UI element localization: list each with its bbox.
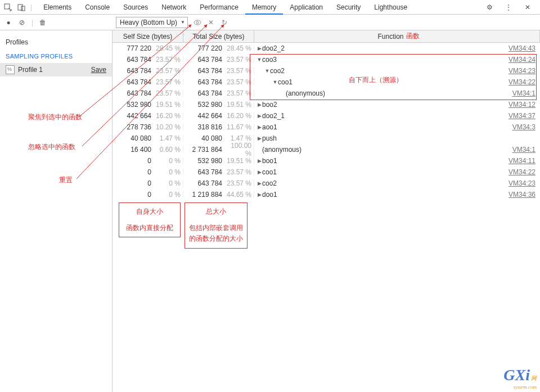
disclosure-icon[interactable]: ▶ bbox=[256, 136, 262, 141]
profile-item[interactable]: Profile 1 Save bbox=[0, 63, 112, 76]
cell-self: 532 98019.51 % bbox=[112, 101, 183, 109]
panel-tabs: ElementsConsoleSourcesNetworkPerformance… bbox=[37, 0, 485, 15]
table-row[interactable]: 00 %643 78423.57 %▶coo1VM34:22 bbox=[112, 166, 540, 178]
cell-self: 442 66416.20 % bbox=[112, 112, 183, 120]
tab-network[interactable]: Network bbox=[155, 0, 193, 15]
disclosure-icon[interactable]: ▶ bbox=[256, 113, 262, 119]
disclosure-icon[interactable]: ▶ bbox=[256, 124, 262, 130]
source-link[interactable]: VM34:1 bbox=[512, 146, 536, 154]
settings-icon[interactable]: ⚙ bbox=[485, 3, 494, 12]
table-row[interactable]: 643 78423.57 %643 78423.57 %▼coo3VM34:24 bbox=[112, 54, 540, 65]
source-link[interactable]: VM34:22 bbox=[508, 78, 536, 86]
cell-function: ▶doo2_2VM34:43 bbox=[254, 44, 540, 52]
table-row[interactable]: 643 78423.57 %643 78423.57 %(anonymous)V… bbox=[112, 88, 540, 99]
source-link[interactable]: VM34:23 bbox=[508, 67, 536, 75]
source-link[interactable]: VM34:37 bbox=[508, 112, 536, 120]
table-row[interactable]: 16 4000.60 %2 731 864100.00 %(anonymous)… bbox=[112, 144, 540, 155]
cell-total: 643 78423.57 % bbox=[183, 78, 254, 86]
disclosure-icon[interactable]: ▶ bbox=[256, 192, 262, 197]
table-row[interactable]: 532 98019.51 %532 98019.51 %▶boo2VM34:12 bbox=[112, 99, 540, 110]
source-link[interactable]: VM34:24 bbox=[508, 56, 536, 64]
tab-sources[interactable]: Sources bbox=[116, 0, 155, 15]
table-row[interactable]: 643 78423.57 %643 78423.57 %▼coo2VM34:23 bbox=[112, 65, 540, 76]
source-link[interactable]: VM34:43 bbox=[508, 44, 536, 52]
profile-grid: Self Size (bytes) Total Size (bytes) Fun… bbox=[112, 30, 540, 392]
table-row[interactable]: 643 78423.57 %643 78423.57 %▼coo1VM34:22 bbox=[112, 76, 540, 88]
tab-security[interactable]: Security bbox=[330, 0, 367, 15]
svg-point-4 bbox=[196, 21, 199, 24]
cell-function: ▼coo1VM34:22 bbox=[254, 78, 540, 86]
close-icon[interactable]: ✕ bbox=[523, 3, 532, 12]
cell-function: ▶doo2_1VM34:37 bbox=[254, 112, 540, 120]
cell-self: 00 % bbox=[112, 191, 183, 199]
cell-function: ▶boo1VM34:11 bbox=[254, 157, 540, 165]
svg-rect-1 bbox=[18, 4, 22, 10]
table-row[interactable]: 00 %532 98019.51 %▶boo1VM34:11 bbox=[112, 155, 540, 166]
source-link[interactable]: VM34:11 bbox=[508, 157, 536, 165]
disclosure-icon[interactable]: ▼ bbox=[272, 79, 278, 85]
grid-header: Self Size (bytes) Total Size (bytes) Fun… bbox=[112, 30, 540, 43]
source-link[interactable]: VM34:23 bbox=[508, 179, 536, 187]
record-icon[interactable]: ● bbox=[4, 19, 12, 26]
cell-self: 643 78423.57 % bbox=[112, 78, 183, 86]
cell-function: (anonymous)VM34:1 bbox=[254, 146, 540, 154]
tab-console[interactable]: Console bbox=[78, 0, 116, 15]
table-row[interactable]: 40 0801.47 %40 0801.47 %▶push bbox=[112, 133, 540, 144]
tab-lighthouse[interactable]: Lighthouse bbox=[367, 0, 414, 15]
source-link[interactable]: VM34:36 bbox=[508, 191, 536, 199]
view-dropdown[interactable]: Heavy (Bottom Up) bbox=[116, 17, 188, 28]
cell-function: ▶boo2VM34:12 bbox=[254, 101, 540, 109]
cell-self: 00 % bbox=[112, 157, 183, 165]
x-icon[interactable]: ✕ bbox=[207, 19, 215, 26]
grid-body: 777 22028.45 %777 22028.45 %▶doo2_2VM34:… bbox=[112, 43, 540, 392]
more-icon[interactable]: ⋮ bbox=[504, 3, 513, 12]
eye-icon[interactable] bbox=[194, 19, 201, 26]
disclosure-icon[interactable]: ▶ bbox=[256, 102, 262, 107]
delete-icon[interactable]: 🗑 bbox=[39, 19, 47, 26]
tab-memory[interactable]: Memory bbox=[245, 0, 283, 15]
profiles-header: Profiles bbox=[0, 35, 112, 49]
source-link[interactable]: VM34:3 bbox=[512, 123, 536, 131]
inspect-icon[interactable] bbox=[3, 3, 12, 12]
cell-total: 1 219 88444.65 % bbox=[183, 191, 254, 199]
disclosure-icon[interactable]: ▼ bbox=[264, 68, 270, 74]
table-row[interactable]: 00 %643 78423.57 %▶coo2VM34:23 bbox=[112, 178, 540, 189]
tab-elements[interactable]: Elements bbox=[37, 0, 78, 15]
refresh-icon[interactable]: ↻ bbox=[220, 19, 228, 26]
cell-total: 318 81611.67 % bbox=[183, 123, 254, 131]
disclosure-icon[interactable]: ▶ bbox=[256, 46, 262, 51]
table-row[interactable]: 278 73610.20 %318 81611.67 %▶aoo1VM34:3 bbox=[112, 121, 540, 133]
device-toggle-icon[interactable] bbox=[17, 3, 26, 12]
cell-total: 643 78423.57 % bbox=[183, 168, 254, 176]
source-link[interactable]: VM34:1 bbox=[512, 89, 536, 97]
tab-application[interactable]: Application bbox=[283, 0, 330, 15]
disclosure-icon[interactable]: ▶ bbox=[256, 181, 262, 186]
table-row[interactable]: 442 66416.20 %442 66416.20 %▶doo2_1VM34:… bbox=[112, 110, 540, 121]
cell-total: 532 98019.51 % bbox=[183, 157, 254, 165]
col-self-size[interactable]: Self Size (bytes) bbox=[112, 30, 183, 42]
cell-function: (anonymous)VM34:1 bbox=[254, 89, 540, 97]
sampling-profiles-header: SAMPLING PROFILES bbox=[0, 49, 112, 63]
source-link[interactable]: VM34:12 bbox=[508, 101, 536, 109]
cell-self: 643 78423.57 % bbox=[112, 89, 183, 97]
cell-total: 643 78423.57 % bbox=[183, 56, 254, 64]
save-link[interactable]: Save bbox=[91, 66, 106, 74]
table-row[interactable]: 777 22028.45 %777 22028.45 %▶doo2_2VM34:… bbox=[112, 43, 540, 54]
col-total-size[interactable]: Total Size (bytes) bbox=[183, 30, 254, 42]
cell-self: 00 % bbox=[112, 168, 183, 176]
cell-self: 16 4000.60 % bbox=[112, 146, 183, 154]
disclosure-icon[interactable]: ▼ bbox=[256, 57, 262, 62]
table-row[interactable]: 00 %1 219 88444.65 %▶doo1VM34:36 bbox=[112, 189, 540, 200]
disclosure-icon[interactable]: ▶ bbox=[256, 158, 262, 164]
col-function[interactable]: Function函数 bbox=[254, 30, 540, 42]
cell-total: 643 78423.57 % bbox=[183, 89, 254, 97]
clear-icon[interactable]: ⊘ bbox=[18, 19, 26, 26]
disclosure-icon[interactable]: ▶ bbox=[256, 169, 262, 175]
tab-performance[interactable]: Performance bbox=[193, 0, 245, 15]
cell-function: ▶push bbox=[254, 134, 540, 142]
cell-function: ▶doo1VM34:36 bbox=[254, 191, 540, 199]
profile-name: Profile 1 bbox=[18, 66, 43, 74]
cell-self: 643 78423.57 % bbox=[112, 56, 183, 64]
cell-total: 532 98019.51 % bbox=[183, 101, 254, 109]
source-link[interactable]: VM34:22 bbox=[508, 168, 536, 176]
